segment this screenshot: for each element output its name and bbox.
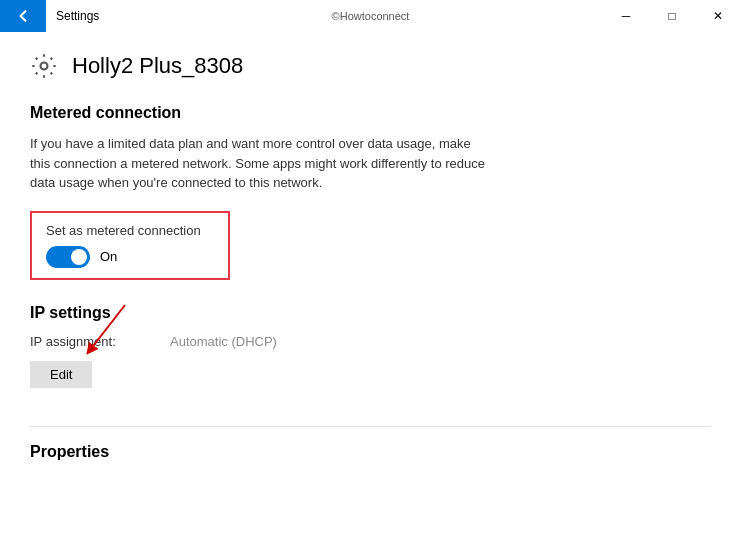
- restore-button[interactable]: □: [649, 0, 695, 32]
- ip-section-title: IP settings: [30, 304, 711, 322]
- titlebar: Settings ©Howtoconnect ─ □ ✕: [0, 0, 741, 32]
- metered-toggle-label: Set as metered connection: [46, 223, 214, 238]
- metered-section-title: Metered connection: [30, 104, 711, 122]
- titlebar-title: Settings: [46, 9, 603, 23]
- metered-section: Metered connection If you have a limited…: [30, 104, 711, 304]
- toggle-thumb: [71, 249, 87, 265]
- metered-connection-box: Set as metered connection On: [30, 211, 230, 280]
- page-header: Holly2 Plus_8308: [30, 52, 711, 80]
- window-controls: ─ □ ✕: [603, 0, 741, 32]
- toggle-row: On: [46, 246, 214, 268]
- main-content: Holly2 Plus_8308 Metered connection If y…: [0, 32, 741, 550]
- properties-section-title: Properties: [30, 443, 711, 461]
- ip-settings-section: IP settings IP assignment: Automatic (DH…: [30, 304, 711, 408]
- svg-point-0: [41, 63, 48, 70]
- edit-button[interactable]: Edit: [30, 361, 92, 388]
- gear-icon: [30, 52, 58, 80]
- metered-description: If you have a limited data plan and want…: [30, 134, 490, 193]
- toggle-state-text: On: [100, 249, 117, 264]
- ip-assignment-value: Automatic (DHCP): [170, 334, 277, 349]
- back-button[interactable]: [0, 0, 46, 32]
- titlebar-watermark: ©Howtoconnect: [332, 10, 410, 22]
- ip-assignment-label: IP assignment:: [30, 334, 170, 349]
- ip-assignment-row: IP assignment: Automatic (DHCP): [30, 334, 711, 349]
- page-title: Holly2 Plus_8308: [72, 53, 243, 79]
- metered-toggle[interactable]: [46, 246, 90, 268]
- properties-section: Properties: [30, 443, 711, 461]
- divider: [30, 426, 711, 427]
- minimize-button[interactable]: ─: [603, 0, 649, 32]
- close-button[interactable]: ✕: [695, 0, 741, 32]
